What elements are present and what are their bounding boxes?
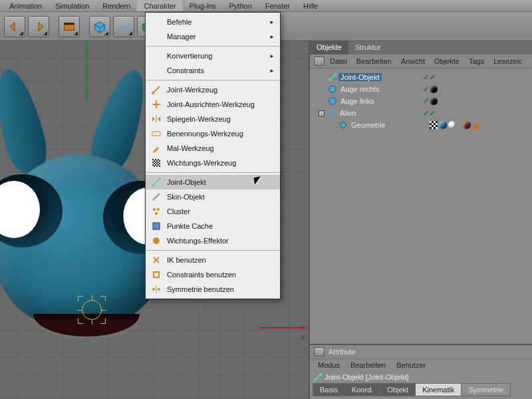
menu-fenster[interactable]: Fenster <box>259 1 297 11</box>
object-tree[interactable]: Joint-Objekt✓✓Auge rechts✓✓Auge links✓✓-… <box>310 68 532 134</box>
menu-item-mal-werkzeug[interactable]: Mal-Werkzeug <box>146 141 280 156</box>
skin-icon <box>151 192 162 202</box>
menu-item-joint-ausrichten-werkzeug[interactable]: Joint-Ausrichten-Werkzeug <box>146 97 280 112</box>
joint-tool-icon <box>151 84 162 95</box>
tag-icon[interactable] <box>439 121 447 129</box>
menu-item-label: Constraints <box>167 66 204 74</box>
svg-point-15 <box>158 178 161 180</box>
axis-x-label: X <box>301 334 305 342</box>
weight-eff-icon <box>151 235 162 246</box>
tree-label: Joint-Objekt <box>338 73 382 81</box>
attr-icon[interactable] <box>314 347 325 356</box>
panel-menu-bearbeiten[interactable]: Bearbeiten <box>352 57 396 66</box>
menu-item-ik-benutzen[interactable]: IK benutzen <box>146 253 280 267</box>
svg-point-22 <box>152 288 155 291</box>
menu-item-constraints-benutzen[interactable]: Constraints benutzen <box>146 267 280 282</box>
attr-menu-benutzer[interactable]: Benutzer <box>392 360 430 370</box>
menu-simulation[interactable]: Simulation <box>49 1 96 11</box>
cluster-icon <box>151 206 162 217</box>
panel-menu-objekte[interactable]: Objekte <box>430 57 464 66</box>
blank-icon <box>151 51 162 61</box>
cache-icon <box>151 221 162 231</box>
menu-item-symmetrie-benutzen[interactable]: Symmetrie benutzen <box>146 282 280 297</box>
svg-point-17 <box>157 208 160 211</box>
menu-item-label: Mal-Werkzeug <box>167 144 214 152</box>
visibility-check[interactable]: ✓ <box>423 73 429 82</box>
cube-button[interactable] <box>89 16 110 37</box>
tree-row[interactable]: -Alien✓✓ <box>310 107 532 119</box>
tab-struktur[interactable]: Struktur <box>348 41 388 55</box>
svg-point-9 <box>152 92 154 94</box>
selection-gizmo[interactable] <box>78 296 106 324</box>
svg-point-3 <box>334 73 336 76</box>
menu-item-befehle[interactable]: Befehle <box>146 15 280 29</box>
visibility-check[interactable]: ✓ <box>430 109 436 118</box>
tree-row[interactable]: Geometrie <box>310 119 532 131</box>
panel-icon[interactable] <box>314 57 325 66</box>
panel-menu-ansicht[interactable]: Ansicht <box>397 57 429 66</box>
tree-row[interactable]: Joint-Objekt✓✓ <box>310 71 532 83</box>
menu-animation[interactable]: Animation <box>3 1 49 11</box>
tree-row[interactable]: Auge rechts✓✓ <box>310 83 532 95</box>
tree-label: Alien <box>338 109 358 117</box>
attr-menu-bearbeiten[interactable]: Bearbeiten <box>346 360 390 370</box>
tag-icon[interactable] <box>430 121 438 129</box>
undo-button[interactable] <box>4 16 25 37</box>
mirror-icon <box>151 114 162 124</box>
svg-point-7 <box>314 378 317 381</box>
visibility-check[interactable]: ✓ <box>423 85 429 94</box>
menu-item-benennungs-werkzeug[interactable]: Benennungs-Werkzeug <box>146 126 280 141</box>
svg-point-5 <box>329 98 336 104</box>
menu-item-punkte-cache[interactable]: Punkte Cache <box>146 219 280 233</box>
menu-hilfe[interactable]: Hilfe <box>297 1 325 11</box>
visibility-check[interactable]: ✓ <box>423 97 429 106</box>
tree-expander[interactable]: - <box>319 110 325 116</box>
svg-point-14 <box>152 184 154 187</box>
menu-item-constraints[interactable]: Constraints <box>146 63 280 78</box>
objects-panel-tabs: ObjekteStruktur <box>310 41 532 55</box>
visibility-check[interactable]: ✓ <box>430 73 436 82</box>
menu-item-cluster[interactable]: Cluster <box>146 204 280 219</box>
tag-icon[interactable] <box>430 97 438 105</box>
tag-icon[interactable] <box>448 121 456 129</box>
menu-item-spiegeln-werkzeug[interactable]: Spiegeln-Werkzeug <box>146 112 280 126</box>
panel-menu-datei[interactable]: Datei <box>326 57 351 66</box>
joint-obj-icon <box>151 177 162 188</box>
symmetry-icon <box>151 284 162 295</box>
menu-item-label: Benennungs-Werkzeug <box>167 130 243 138</box>
menu-plug-ins[interactable]: Plug-ins <box>183 1 223 11</box>
svg-point-8 <box>319 373 322 376</box>
svg-rect-19 <box>153 223 160 229</box>
scene-button[interactable] <box>59 16 80 37</box>
tag-icon[interactable] <box>472 118 480 129</box>
spline-button[interactable] <box>113 16 134 37</box>
menu-charakter[interactable]: Charakter <box>137 1 182 11</box>
redo-button[interactable] <box>28 16 49 37</box>
menu-item-joint-werkzeug[interactable]: Joint-Werkzeug <box>146 82 280 97</box>
menu-item-wichtungs-werkzeug[interactable]: Wichtungs-Werkzeug <box>146 156 280 170</box>
tree-row[interactable]: Auge links✓✓ <box>310 95 532 107</box>
joint-icon <box>329 73 336 81</box>
attr-menu-modus[interactable]: Modus <box>314 360 344 370</box>
attr-tab-objekt[interactable]: Objekt <box>380 383 416 396</box>
tab-objekte[interactable]: Objekte <box>310 41 348 55</box>
menu-item-wichtungs-effektor[interactable]: Wichtungs-Effektor <box>146 233 280 248</box>
attr-object-label: Joint-Objekt [Joint-Objekt] <box>325 373 409 381</box>
attr-tab-kinematik[interactable]: Kinematik <box>415 383 462 396</box>
visibility-check[interactable]: ✓ <box>423 109 429 118</box>
tag-icon[interactable] <box>463 121 471 129</box>
panel-menu-lesezeic[interactable]: Lesezeic <box>489 57 526 66</box>
menu-item-label: Cluster <box>167 207 190 215</box>
menu-item-konvertierung[interactable]: Konvertierung <box>146 49 280 63</box>
panel-menu-tags[interactable]: Tags <box>465 57 488 66</box>
attr-tab-koord[interactable]: Koord. <box>344 383 380 396</box>
menu-item-manager[interactable]: Manager <box>146 29 280 44</box>
menu-rendern[interactable]: Rendern <box>96 1 137 11</box>
menu-item-skin-objekt[interactable]: Skin-Objekt <box>146 190 280 204</box>
attr-tab-basis[interactable]: Basis <box>313 383 345 396</box>
menu-python[interactable]: Python <box>223 1 259 11</box>
attr-tab-symmetrie[interactable]: Symmetrie <box>461 383 511 396</box>
sphere-icon <box>329 85 336 93</box>
menu-item-label: Wichtungs-Werkzeug <box>167 159 236 167</box>
tag-icon[interactable] <box>430 85 438 93</box>
